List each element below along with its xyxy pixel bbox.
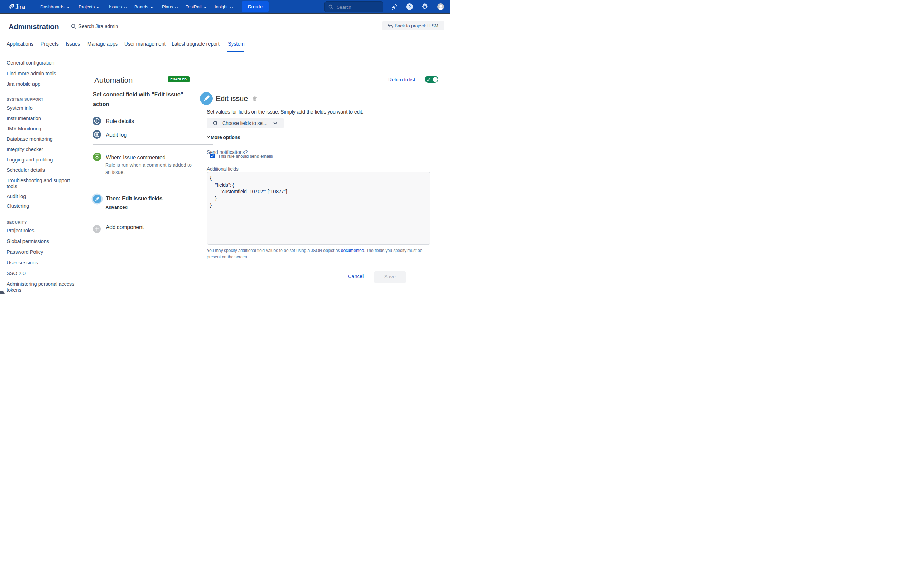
svg-text:?: ? (408, 4, 411, 9)
